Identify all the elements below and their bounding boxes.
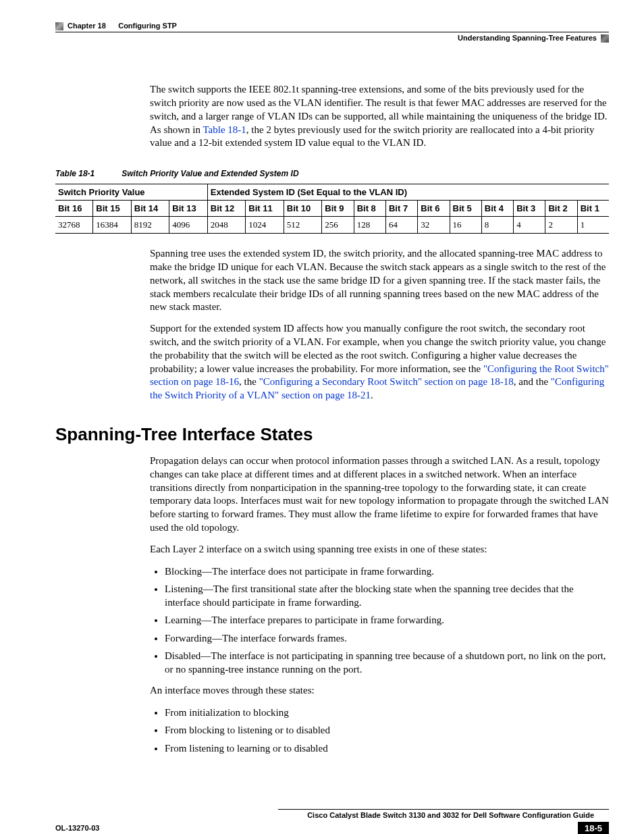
table-col-header: Bit 8	[354, 201, 385, 217]
list-item: From blocking to listening or to disable…	[165, 723, 609, 737]
header-rule	[55, 32, 609, 32]
states-list: Blocking—The interface does not particip…	[150, 565, 609, 677]
list-item: Listening—The first transitional state a…	[165, 582, 609, 610]
list-item: Blocking—The interface does not particip…	[165, 565, 609, 578]
body-text: .	[371, 390, 373, 400]
footer-book-title: Cisco Catalyst Blade Switch 3130 and 303…	[55, 811, 594, 819]
table-col-header: Bit 6	[418, 201, 450, 217]
table-col-header: Bit 15	[93, 201, 132, 217]
list-item: Disabled—The interface is not participat…	[165, 649, 609, 677]
table-cell: 2048	[207, 217, 246, 234]
table-cell: 8192	[131, 217, 169, 234]
table-cell: 2	[545, 217, 577, 234]
table-cell: 1	[577, 217, 609, 234]
table-ref-link[interactable]: Table 18-1	[203, 124, 246, 135]
table-title: Switch Priority Value and Extended Syste…	[122, 169, 298, 178]
list-item: Learning—The interface prepares to parti…	[165, 613, 609, 627]
list-lead: Each Layer 2 interface on a switch using…	[150, 543, 609, 556]
table-col-header: Bit 11	[246, 201, 284, 217]
table-col-header: Bit 7	[385, 201, 417, 217]
page-footer: Cisco Catalyst Blade Switch 3130 and 303…	[55, 809, 609, 834]
table-group-header: Switch Priority Value	[55, 184, 207, 201]
section-heading: Spanning-Tree Interface States	[55, 424, 609, 445]
table-cell: 16384	[93, 217, 132, 234]
table-col-header: Bit 9	[322, 201, 354, 217]
body-text: , the	[239, 376, 259, 387]
table-col-header: Bit 1	[577, 201, 609, 217]
list-lead: An interface moves through these states:	[150, 684, 609, 698]
footer-doc-id: OL-13270-03	[55, 824, 99, 832]
table-cell: 32	[418, 217, 450, 234]
priority-table: Switch Priority Value Extended System ID…	[55, 184, 609, 234]
table-cell: 16	[450, 217, 481, 234]
table-number: Table 18-1	[55, 169, 95, 178]
table-col-header: Bit 14	[131, 201, 169, 217]
table-cell: 256	[322, 217, 354, 234]
table-group-header: Extended System ID (Set Equal to the VLA…	[207, 184, 609, 201]
page-number-badge: 18-5	[578, 822, 609, 834]
table-cell: 128	[354, 217, 385, 234]
body-paragraph: Propagation delays can occur when protoc…	[150, 454, 609, 535]
table-col-header: Bit 12	[207, 201, 246, 217]
header-accent-icon	[601, 34, 609, 43]
body-paragraph: Spanning tree uses the extended system I…	[150, 247, 609, 314]
table-cell: 32768	[55, 217, 93, 234]
table-cell: 1024	[246, 217, 284, 234]
list-item: From initialization to blocking	[165, 706, 609, 719]
table-cell: 8	[481, 217, 513, 234]
header-accent-icon	[55, 22, 63, 30]
xref-link[interactable]: "Configuring a Secondary Root Switch" se…	[259, 376, 514, 387]
moves-list: From initialization to blocking From blo…	[150, 706, 609, 755]
table-cell: 4	[514, 217, 545, 234]
intro-paragraph: The switch supports the IEEE 802.1t span…	[150, 83, 609, 150]
table-col-header: Bit 2	[545, 201, 577, 217]
table-col-header: Bit 3	[514, 201, 545, 217]
table-cell: 4096	[169, 217, 208, 234]
list-item: From listening to learning or to disable…	[165, 741, 609, 755]
page-header: Chapter 18 Configuring STP	[55, 22, 609, 30]
body-text: , and the	[514, 376, 551, 387]
table-col-header: Bit 4	[481, 201, 513, 217]
table-caption: Table 18-1Switch Priority Value and Exte…	[55, 169, 609, 178]
body-paragraph: Support for the extended system ID affec…	[150, 322, 609, 402]
table-cell: 512	[284, 217, 322, 234]
table-col-header: Bit 10	[284, 201, 322, 217]
section-label: Understanding Spanning-Tree Features	[458, 34, 597, 42]
table-col-header: Bit 13	[169, 201, 208, 217]
table-col-header: Bit 16	[55, 201, 93, 217]
table-col-header: Bit 5	[450, 201, 481, 217]
list-item: Forwarding—The interface forwards frames…	[165, 631, 609, 645]
chapter-label: Chapter 18 Configuring STP	[68, 22, 177, 30]
table-cell: 64	[385, 217, 417, 234]
